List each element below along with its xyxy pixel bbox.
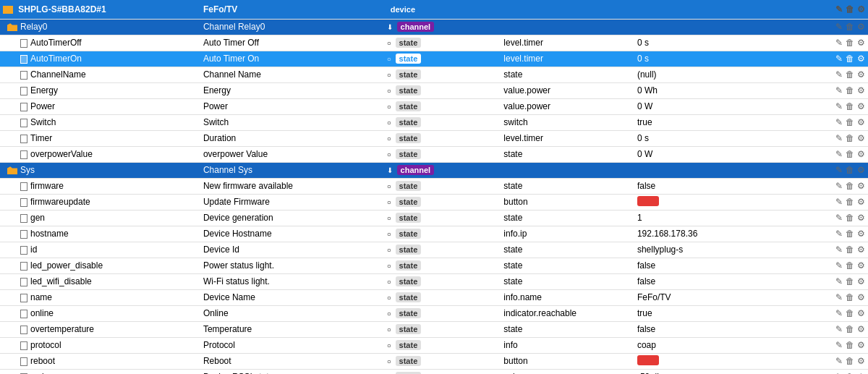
row-delete-icon[interactable]: 🗑 <box>846 340 854 350</box>
table-row[interactable]: TimerDuration○ statelevel.timer0 s ✎ 🗑 ⚙ <box>0 130 868 146</box>
row-delete-icon[interactable]: 🗑 <box>846 324 854 334</box>
row-gear-icon[interactable]: ⚙ <box>857 38 865 48</box>
row-gear-icon[interactable]: ⚙ <box>857 324 865 334</box>
row-edit-icon[interactable]: ✎ <box>835 22 843 32</box>
row-gear-icon[interactable]: ⚙ <box>857 308 865 318</box>
table-row[interactable]: protocolProtocol○ stateinfocoap ✎ 🗑 ⚙ <box>0 337 868 353</box>
row-edit-icon[interactable]: ✎ <box>835 149 843 159</box>
row-edit-icon[interactable]: ✎ <box>835 340 843 350</box>
row-gear-icon[interactable]: ⚙ <box>857 22 865 32</box>
header-delete-icon[interactable]: 🗑 <box>846 4 854 14</box>
table-row[interactable]: overtemperatureTemperature○ statestatefa… <box>0 321 868 337</box>
row-edit-icon[interactable]: ✎ <box>835 197 843 207</box>
row-edit-icon[interactable]: ✎ <box>835 165 843 175</box>
table-row[interactable]: led_power_disablePower status light.○ st… <box>0 258 868 273</box>
table-row[interactable]: AutoTimerOffAuto Timer Off○ statelevel.t… <box>0 35 868 51</box>
row-delete-icon[interactable]: 🗑 <box>846 292 854 302</box>
table-row[interactable]: genDevice generation○ statestate1 ✎ 🗑 ⚙ <box>0 210 868 226</box>
row-gear-icon[interactable]: ⚙ <box>857 276 865 286</box>
row-delete-icon[interactable]: 🗑 <box>846 22 854 32</box>
row-delete-icon[interactable]: 🗑 <box>846 181 854 191</box>
file-icon <box>20 278 27 286</box>
table-row[interactable]: rssiDevice RSSI status○ statevalue-59 db… <box>0 369 868 374</box>
row-edit-icon[interactable]: ✎ <box>835 324 843 334</box>
table-row[interactable]: rebootReboot○ statebutton ✎ 🗑 ⚙ <box>0 353 868 369</box>
row-delete-icon[interactable]: 🗑 <box>846 197 854 207</box>
row-gear-icon[interactable]: ⚙ <box>857 229 865 239</box>
row-gear-icon[interactable]: ⚙ <box>857 340 865 350</box>
row-gear-icon[interactable]: ⚙ <box>857 292 865 302</box>
cell-name: Switch <box>0 114 200 130</box>
row-delete-icon[interactable]: 🗑 <box>846 356 854 366</box>
table-row[interactable]: Relay0Channel Relay0⬇ channel ✎ 🗑 ⚙ <box>0 19 868 35</box>
table-row[interactable]: EnergyEnergy○ statevalue.power0 Wh ✎ 🗑 ⚙ <box>0 82 868 98</box>
row-edit-icon[interactable]: ✎ <box>835 356 843 366</box>
cell-role: state <box>501 242 634 258</box>
row-gear-icon[interactable]: ⚙ <box>857 101 865 111</box>
row-gear-icon[interactable]: ⚙ <box>857 356 865 366</box>
row-edit-icon[interactable]: ✎ <box>835 229 843 239</box>
table-row[interactable]: hostnameDevice Hostname○ stateinfo.ip192… <box>0 226 868 242</box>
row-edit-icon[interactable]: ✎ <box>835 101 843 111</box>
row-gear-icon[interactable]: ⚙ <box>857 54 865 64</box>
header-edit-icon[interactable]: ✎ <box>835 4 843 14</box>
row-gear-icon[interactable]: ⚙ <box>857 85 865 95</box>
row-edit-icon[interactable]: ✎ <box>835 245 843 255</box>
row-delete-icon[interactable]: 🗑 <box>846 133 854 143</box>
row-delete-icon[interactable]: 🗑 <box>846 213 854 223</box>
row-gear-icon[interactable]: ⚙ <box>857 181 865 191</box>
row-edit-icon[interactable]: ✎ <box>835 213 843 223</box>
row-edit-icon[interactable]: ✎ <box>835 38 843 48</box>
row-delete-icon[interactable]: 🗑 <box>846 308 854 318</box>
table-row[interactable]: idDevice Id○ statestateshellyplug-s ✎ 🗑 … <box>0 242 868 258</box>
row-gear-icon[interactable]: ⚙ <box>857 260 865 271</box>
red-button[interactable] <box>637 196 659 206</box>
row-delete-icon[interactable]: 🗑 <box>846 276 854 286</box>
row-delete-icon[interactable]: 🗑 <box>846 38 854 48</box>
row-edit-icon[interactable]: ✎ <box>835 69 843 80</box>
row-delete-icon[interactable]: 🗑 <box>846 260 854 271</box>
table-row[interactable]: PowerPower○ statevalue.power0 W ✎ 🗑 ⚙ <box>0 98 868 114</box>
row-edit-icon[interactable]: ✎ <box>835 133 843 143</box>
row-gear-icon[interactable]: ⚙ <box>857 69 865 80</box>
row-delete-icon[interactable]: 🗑 <box>846 85 854 95</box>
header-gear-icon[interactable]: ⚙ <box>857 4 865 14</box>
row-delete-icon[interactable]: 🗑 <box>846 101 854 111</box>
row-edit-icon[interactable]: ✎ <box>835 308 843 318</box>
table-row[interactable]: firmwareupdateUpdate Firmware○ statebutt… <box>0 194 868 210</box>
row-edit-icon[interactable]: ✎ <box>835 181 843 191</box>
row-edit-icon[interactable]: ✎ <box>835 276 843 286</box>
row-gear-icon[interactable]: ⚙ <box>857 197 865 207</box>
row-gear-icon[interactable]: ⚙ <box>857 133 865 143</box>
row-edit-icon[interactable]: ✎ <box>835 292 843 302</box>
row-edit-icon[interactable]: ✎ <box>835 54 843 64</box>
row-delete-icon[interactable]: 🗑 <box>846 149 854 159</box>
row-gear-icon[interactable]: ⚙ <box>857 165 865 175</box>
row-delete-icon[interactable]: 🗑 <box>846 54 854 64</box>
row-delete-icon[interactable]: 🗑 <box>846 117 854 127</box>
table-row[interactable]: SysChannel Sys⬇ channel ✎ 🗑 ⚙ <box>0 162 868 178</box>
table-row[interactable]: firmwareNew firmware available○ statesta… <box>0 178 868 194</box>
row-delete-icon[interactable]: 🗑 <box>846 69 854 80</box>
table-row[interactable]: ChannelNameChannel Name○ statestate(null… <box>0 67 868 82</box>
table-row[interactable]: AutoTimerOnAuto Timer On○ statelevel.tim… <box>0 51 868 67</box>
row-delete-icon[interactable]: 🗑 <box>846 165 854 175</box>
row-edit-icon[interactable]: ✎ <box>835 85 843 95</box>
row-delete-icon[interactable]: 🗑 <box>846 245 854 255</box>
type-badge: state <box>396 117 422 127</box>
table-row[interactable]: onlineOnline○ stateindicator.reachabletr… <box>0 305 868 321</box>
row-edit-icon[interactable]: ✎ <box>835 260 843 271</box>
row-name-label: gen <box>30 213 45 223</box>
table-row[interactable]: led_wifi_disableWi-Fi status light.○ sta… <box>0 273 868 289</box>
row-gear-icon[interactable]: ⚙ <box>857 149 865 159</box>
table-row[interactable]: overpowerValueoverpower Value○ statestat… <box>0 146 868 162</box>
red-button[interactable] <box>637 355 659 365</box>
row-edit-icon[interactable]: ✎ <box>835 117 843 127</box>
table-row[interactable]: nameDevice Name○ stateinfo.nameFeFo/TV ✎… <box>0 289 868 305</box>
row-gear-icon[interactable]: ⚙ <box>857 213 865 223</box>
table-row[interactable]: SwitchSwitch○ stateswitchtrue ✎ 🗑 ⚙ <box>0 114 868 130</box>
row-gear-icon[interactable]: ⚙ <box>857 117 865 127</box>
cell-description: Reboot <box>200 353 384 369</box>
row-gear-icon[interactable]: ⚙ <box>857 245 865 255</box>
row-delete-icon[interactable]: 🗑 <box>846 229 854 239</box>
